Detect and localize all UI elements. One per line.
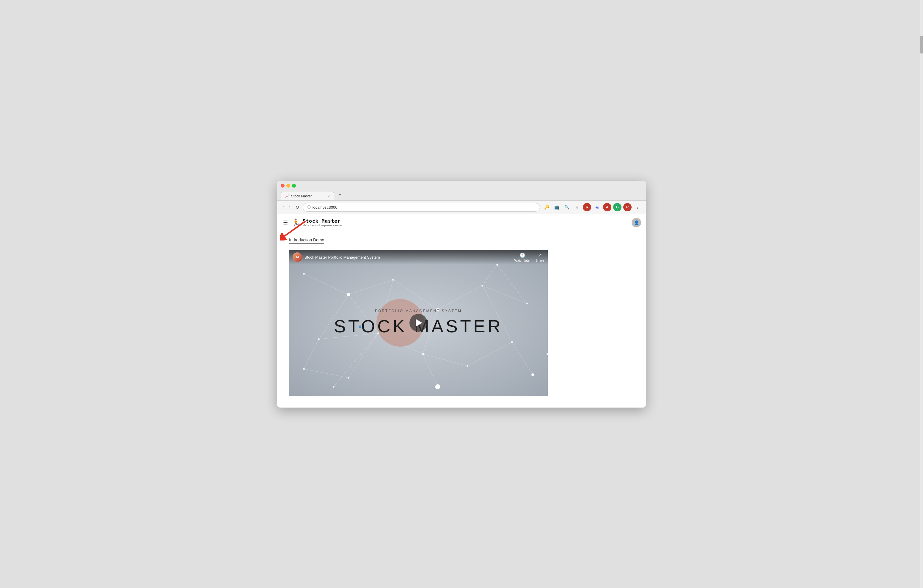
brand-name: Stock Master	[303, 218, 343, 224]
svg-point-33	[422, 353, 424, 355]
app-content: ☰ 🏃 Stock Master Make the stock ex	[277, 214, 646, 407]
address-bar: ‹ › ↻ ⓘ localhost:3000 🔑 📺 🔍 ☆ R ◉ A G R…	[277, 200, 646, 214]
clock-icon: 🕐	[519, 252, 526, 258]
share-icon: ↗	[538, 252, 542, 258]
new-tab-button[interactable]: +	[335, 190, 345, 200]
active-tab[interactable]: 📈 Stock Master ×	[281, 192, 334, 200]
brand-text: Stock Master Make the stock experience e…	[303, 218, 343, 227]
page-content: Indroduction Demo M Stock Master Portfol…	[277, 231, 646, 407]
more-menu-button[interactable]: ⋮	[633, 203, 642, 211]
play-button[interactable]	[409, 314, 427, 332]
hamburger-menu-button[interactable]: ☰	[282, 218, 289, 227]
bookmark-icon[interactable]: ☆	[573, 203, 581, 211]
video-title: Stock Master Portfolio Management System	[304, 255, 380, 260]
watch-later-label: Watch later	[514, 259, 530, 262]
svg-point-37	[303, 368, 305, 370]
video-thumbnail[interactable]: PORTFOLIO MANAGEMENT SYSTEM STOCK MASTER	[289, 250, 548, 396]
app-user-avatar[interactable]: 👤	[632, 218, 641, 227]
app-header-right: 👤	[632, 218, 641, 227]
svg-point-45	[347, 293, 350, 296]
video-wrapper: M Stock Master Portfolio Management Syst…	[289, 250, 548, 396]
search-icon[interactable]: 🔍	[563, 203, 571, 211]
brand-icon: 🏃	[291, 218, 301, 227]
user-profile-avatar[interactable]: R	[623, 203, 632, 211]
watch-later-button[interactable]: 🕐 Watch later	[514, 252, 530, 262]
tab-favicon: 📈	[285, 194, 289, 198]
svg-point-27	[392, 279, 394, 281]
key-icon[interactable]: 🔑	[542, 203, 551, 211]
cast-icon[interactable]: 📺	[552, 203, 561, 211]
back-button[interactable]: ‹	[281, 204, 285, 210]
svg-point-34	[466, 365, 468, 367]
address-text: localhost:3000	[312, 205, 338, 210]
brand-tagline: Make the stock experience easier.	[303, 224, 343, 227]
ext-blue[interactable]: ◉	[593, 203, 601, 211]
svg-point-38	[348, 377, 350, 379]
svg-point-41	[333, 386, 335, 388]
svg-point-44	[531, 373, 534, 376]
toolbar-icons: 🔑 📺 🔍 ☆ R ◉ A G R ⋮	[542, 203, 642, 211]
video-top-bar: M Stock Master Portfolio Management Syst…	[289, 250, 548, 264]
svg-point-25	[303, 273, 305, 275]
tabs-row: 📈 Stock Master × +	[281, 190, 642, 200]
app-header: ☰ 🏃 Stock Master Make the stock ex	[277, 214, 646, 231]
svg-point-35	[511, 341, 513, 343]
tab-title: Stock Master	[291, 194, 312, 198]
share-button[interactable]: ↗ Share	[535, 252, 544, 262]
tab-close-button[interactable]: ×	[327, 194, 330, 199]
share-label: Share	[535, 259, 544, 262]
reload-button[interactable]: ↻	[294, 204, 301, 211]
title-bar: 📈 Stock Master × +	[277, 181, 646, 200]
svg-point-31	[318, 338, 320, 340]
address-input[interactable]: ⓘ localhost:3000	[303, 203, 540, 212]
svg-point-43	[435, 384, 440, 389]
svg-point-29	[481, 285, 483, 287]
minimize-button[interactable]	[286, 184, 290, 187]
traffic-lights	[281, 184, 642, 187]
ext-avatar-red[interactable]: R	[583, 203, 591, 211]
ext-avatar-green[interactable]: G	[613, 203, 621, 211]
page-title: Indroduction Demo	[289, 238, 324, 244]
video-top-actions: 🕐 Watch later ↗ Share	[514, 252, 544, 262]
ext-avatar-red2[interactable]: A	[603, 203, 611, 211]
maximize-button[interactable]	[292, 184, 296, 187]
channel-icon: M	[292, 252, 302, 262]
lock-icon: ⓘ	[307, 205, 311, 210]
svg-point-30	[526, 302, 528, 304]
video-subtitle: PORTFOLIO MANAGEMENT SYSTEM	[375, 309, 462, 313]
close-button[interactable]	[281, 184, 284, 187]
forward-button[interactable]: ›	[287, 204, 291, 210]
browser-window: 📈 Stock Master × + ‹ › ↻ ⓘ localhost:300…	[277, 181, 646, 407]
brand-logo-area: 🏃 Stock Master Make the stock experience…	[291, 218, 343, 227]
